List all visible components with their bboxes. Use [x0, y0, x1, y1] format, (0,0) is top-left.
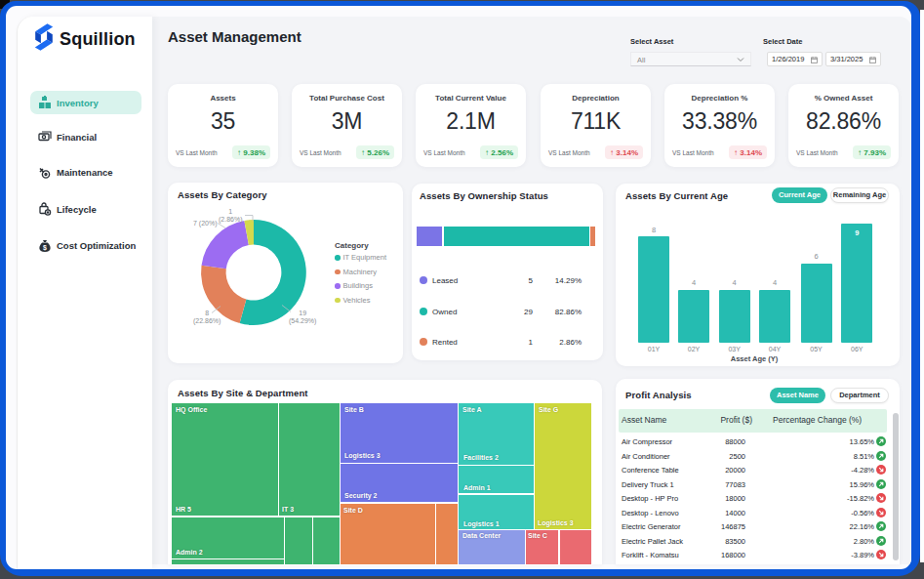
svg-text:$: $	[43, 244, 47, 252]
